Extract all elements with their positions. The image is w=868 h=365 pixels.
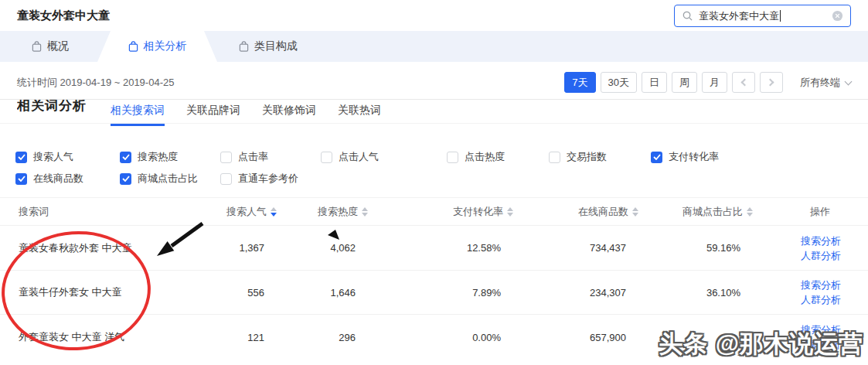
- col-header-online-products[interactable]: 在线商品数: [546, 202, 638, 222]
- checkbox-unchecked-icon[interactable]: [220, 173, 232, 185]
- search-analysis-link[interactable]: 搜索分析: [801, 234, 841, 248]
- table-row: 童装牛仔外套女 中大童 556 1,646 7.89% 234,307 36.1…: [0, 271, 868, 314]
- page-title: 童装女外套中大童: [17, 9, 110, 23]
- period-button-day[interactable]: 日: [642, 72, 667, 93]
- divider: [0, 99, 868, 100]
- section-heading-wrap: 相关词分析: [17, 100, 87, 118]
- col-header-keyword: 搜索词: [19, 202, 189, 222]
- filter-online-products[interactable]: 在线商品数: [15, 172, 83, 185]
- filter-click-heat[interactable]: 点击热度: [447, 151, 505, 163]
- crowd-analysis-link[interactable]: 人群分析: [801, 337, 841, 352]
- subtab-hot-words[interactable]: 关联热词: [338, 104, 381, 128]
- search-analysis-link[interactable]: 搜索分析: [801, 322, 841, 337]
- filter-click-popularity[interactable]: 点击人气: [321, 151, 379, 163]
- subtab-modifier-words[interactable]: 关联修饰词: [262, 104, 316, 128]
- main-tab-bar: 概况 相关分析 类目构成: [0, 31, 868, 62]
- subtab-related-search-words[interactable]: 相关搜索词: [111, 104, 165, 128]
- chevron-down-icon: [845, 77, 853, 85]
- filter-ztc-reference-price[interactable]: 直通车参考价: [220, 172, 298, 185]
- cell-search-heat: 1,646: [275, 271, 356, 314]
- cell-search-popularity: 1,367: [184, 226, 264, 270]
- cell-pay-conversion: 0.00%: [420, 315, 501, 360]
- search-icon: [682, 10, 693, 22]
- cell-pay-conversion: 7.89%: [420, 271, 501, 314]
- tab-label: 类目构成: [254, 39, 298, 53]
- cell-keyword: 童装女春秋款外套 中大童: [19, 226, 189, 270]
- tab-category-composition[interactable]: 类目构成: [218, 31, 318, 62]
- checkbox-unchecked-icon[interactable]: [220, 152, 232, 163]
- sort-icon[interactable]: [632, 207, 638, 217]
- divider: [0, 123, 868, 124]
- cell-mall-click-ratio: 59.16%: [660, 226, 740, 270]
- checkbox-checked-icon[interactable]: [651, 152, 662, 163]
- period-button-week[interactable]: 周: [672, 72, 697, 93]
- cell-search-popularity: 121: [184, 315, 264, 360]
- tab-related-analysis[interactable]: 相关分析: [97, 31, 217, 62]
- col-header-search-popularity[interactable]: 搜索人气: [184, 202, 277, 222]
- cell-actions: 搜索分析 人群分析: [801, 226, 850, 270]
- text-cursor: [780, 10, 781, 22]
- crowd-analysis-link[interactable]: 人群分析: [801, 292, 841, 307]
- cell-search-heat: 4,062: [275, 226, 356, 270]
- sort-icon[interactable]: [747, 207, 753, 217]
- cell-keyword: 童装牛仔外套女 中大童: [19, 271, 189, 314]
- subtab-bar: 相关搜索词 关联品牌词 关联修饰词 关联热词: [111, 104, 381, 128]
- checkbox-checked-icon[interactable]: [15, 173, 27, 185]
- sort-icon[interactable]: [362, 207, 368, 217]
- bag-icon: [239, 41, 249, 52]
- tab-label: 概况: [47, 39, 69, 53]
- table-row: 外套童装女 中大童 洋气 121 296 0.00% 657,900 搜索分析 …: [0, 315, 868, 360]
- cell-mall-click-ratio: [660, 315, 740, 360]
- checkbox-checked-icon[interactable]: [120, 152, 131, 163]
- cell-pay-conversion: 12.58%: [420, 226, 501, 270]
- period-button-30d[interactable]: 30天: [601, 72, 637, 93]
- checkbox-checked-icon[interactable]: [120, 173, 131, 185]
- table-row: 童装女春秋款外套 中大童 1,367 4,062 12.58% 734,437 …: [0, 226, 868, 270]
- subtab-brand-words[interactable]: 关联品牌词: [186, 104, 240, 128]
- page-header: 童装女外套中大童 童装女外套中大童: [0, 0, 868, 31]
- chevron-left-icon: [741, 79, 749, 87]
- col-header-pay-conversion[interactable]: 支付转化率: [420, 202, 513, 222]
- terminal-label: 所有终端: [800, 76, 840, 90]
- crowd-analysis-link[interactable]: 人群分析: [801, 248, 841, 263]
- checkbox-unchecked-icon[interactable]: [549, 152, 560, 163]
- period-button-month[interactable]: 月: [702, 72, 727, 93]
- filter-pay-conversion[interactable]: 支付转化率: [651, 151, 719, 163]
- filter-trade-index[interactable]: 交易指数: [549, 151, 607, 163]
- cell-actions: 搜索分析 人群分析: [801, 315, 850, 360]
- filter-mall-click-ratio[interactable]: 商城点击占比: [120, 172, 198, 185]
- next-button[interactable]: [760, 72, 783, 93]
- tab-overview[interactable]: 概况: [8, 31, 93, 62]
- cell-actions: 搜索分析 人群分析: [801, 271, 850, 314]
- cell-online-products: 734,437: [546, 226, 626, 270]
- sort-icon[interactable]: [507, 207, 513, 217]
- search-input[interactable]: 童装女外套中大童: [674, 5, 851, 27]
- checkbox-unchecked-icon[interactable]: [321, 152, 332, 163]
- checkbox-checked-icon[interactable]: [15, 152, 27, 163]
- search-value: 童装女外套中大童: [699, 9, 779, 23]
- terminal-dropdown[interactable]: 所有终端: [800, 76, 851, 90]
- stat-time: 统计时间 2019-04-19 ~ 2019-04-25: [17, 76, 174, 90]
- section-title: 相关词分析: [17, 100, 87, 114]
- chevron-right-icon: [767, 79, 774, 87]
- checkbox-unchecked-icon[interactable]: [447, 152, 458, 163]
- period-controls: 7天 30天 日 周 月 所有终端: [564, 72, 851, 93]
- prev-button[interactable]: [732, 72, 755, 93]
- col-header-mall-click-ratio[interactable]: 商城点击占比: [660, 202, 753, 222]
- cell-online-products: 234,307: [546, 271, 626, 314]
- bag-icon: [32, 41, 42, 52]
- period-button-7d[interactable]: 7天: [564, 72, 595, 93]
- filter-click-rate[interactable]: 点击率: [220, 151, 268, 163]
- filter-search-heat[interactable]: 搜索热度: [120, 151, 178, 163]
- col-header-actions: 操作: [810, 202, 830, 222]
- cell-search-popularity: 556: [184, 271, 264, 314]
- col-header-search-heat[interactable]: 搜索热度: [275, 202, 368, 222]
- clear-icon[interactable]: [832, 10, 843, 22]
- search-analysis-link[interactable]: 搜索分析: [801, 278, 841, 292]
- divider: [0, 197, 868, 198]
- cell-search-heat: 296: [275, 315, 356, 360]
- tab-label: 相关分析: [144, 39, 187, 53]
- bag-icon: [128, 41, 138, 52]
- cell-keyword: 外套童装女 中大童 洋气: [19, 315, 189, 360]
- filter-search-popularity[interactable]: 搜索人气: [15, 151, 73, 163]
